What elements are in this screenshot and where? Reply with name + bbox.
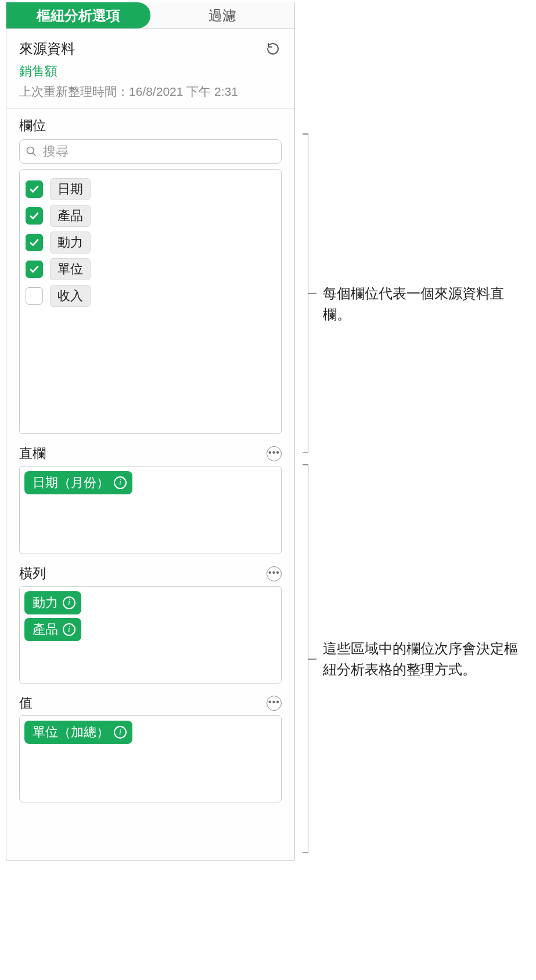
ellipsis-icon: ••• [268, 448, 280, 457]
row-pill[interactable]: 產品 i [24, 618, 81, 641]
source-data-heading: 來源資料 [19, 39, 75, 58]
values-dropzone[interactable]: 單位（加總） i [19, 715, 282, 802]
field-chip[interactable]: 日期 [50, 178, 91, 200]
divider [6, 108, 294, 109]
tab-pivot-options[interactable]: 樞紐分析選項 [6, 2, 150, 28]
info-icon[interactable]: i [114, 476, 127, 489]
values-more-button[interactable]: ••• [267, 696, 282, 711]
svg-line-1 [33, 153, 36, 156]
field-checkbox[interactable] [26, 180, 43, 198]
rows-dropzone[interactable]: 動力 i 產品 i [19, 586, 282, 684]
field-row: 產品 [26, 202, 275, 229]
pill-label: 動力 [33, 594, 58, 612]
pill-label: 產品 [33, 621, 58, 638]
rows-heading: 橫列 [19, 565, 46, 583]
refresh-icon [266, 42, 280, 56]
field-checkbox[interactable] [26, 261, 43, 278]
fields-search[interactable] [19, 139, 282, 164]
tab-label: 樞紐分析選項 [37, 6, 120, 25]
ellipsis-icon: ••• [268, 568, 280, 577]
field-chip[interactable]: 產品 [50, 205, 91, 227]
rows-more-button[interactable]: ••• [267, 566, 282, 581]
field-label: 動力 [57, 235, 83, 249]
field-checkbox[interactable] [26, 207, 43, 225]
field-checkbox[interactable] [26, 287, 43, 305]
field-row: 動力 [26, 229, 275, 256]
callout-bracket [308, 133, 308, 453]
field-checkbox[interactable] [26, 234, 43, 251]
ellipsis-icon: ••• [268, 697, 280, 707]
field-label: 單位 [57, 262, 83, 276]
columns-more-button[interactable]: ••• [267, 446, 282, 461]
callout-fields-text: 每個欄位代表一個來源資料直欄。 [323, 283, 526, 325]
fields-list: 日期 產品 動力 單位 收入 [19, 169, 282, 434]
row-pill[interactable]: 動力 i [24, 591, 81, 614]
columns-dropzone[interactable]: 日期（月份） i [19, 466, 282, 554]
source-table-name: 銷售額 [19, 63, 282, 80]
refresh-button[interactable] [264, 40, 282, 57]
tab-filter[interactable]: 過濾 [150, 2, 294, 28]
search-input[interactable] [42, 143, 275, 160]
callout-bracket [308, 464, 308, 853]
tab-label: 過濾 [208, 6, 236, 25]
panel-tabs: 樞紐分析選項 過濾 [6, 2, 294, 29]
field-chip[interactable]: 動力 [50, 232, 91, 254]
callout-zones-text: 這些區域中的欄位次序會決定樞紐分析表格的整理方式。 [323, 638, 526, 680]
values-heading: 值 [19, 694, 33, 712]
pill-label: 單位（加總） [33, 724, 109, 741]
columns-heading: 直欄 [19, 444, 46, 462]
fields-heading: 欄位 [19, 117, 282, 135]
column-pill[interactable]: 日期（月份） i [24, 471, 132, 494]
field-chip[interactable]: 收入 [50, 285, 91, 307]
pill-label: 日期（月份） [33, 474, 109, 491]
field-chip[interactable]: 單位 [50, 258, 91, 280]
info-icon[interactable]: i [114, 726, 127, 739]
info-icon[interactable]: i [63, 596, 75, 609]
search-icon [26, 146, 37, 157]
pivot-options-panel: 樞紐分析選項 過濾 來源資料 銷售額 上次重新整理時間：16/8/2021 下午… [6, 2, 295, 861]
last-refresh-timestamp: 上次重新整理時間：16/8/2021 下午 2:31 [19, 84, 282, 100]
field-row: 單位 [26, 256, 275, 283]
field-row: 收入 [26, 283, 275, 309]
svg-point-0 [27, 147, 34, 154]
field-label: 日期 [57, 182, 83, 196]
value-pill[interactable]: 單位（加總） i [24, 721, 132, 744]
info-icon[interactable]: i [63, 623, 75, 636]
field-label: 產品 [57, 208, 83, 223]
field-label: 收入 [57, 288, 83, 303]
field-row: 日期 [26, 176, 275, 202]
